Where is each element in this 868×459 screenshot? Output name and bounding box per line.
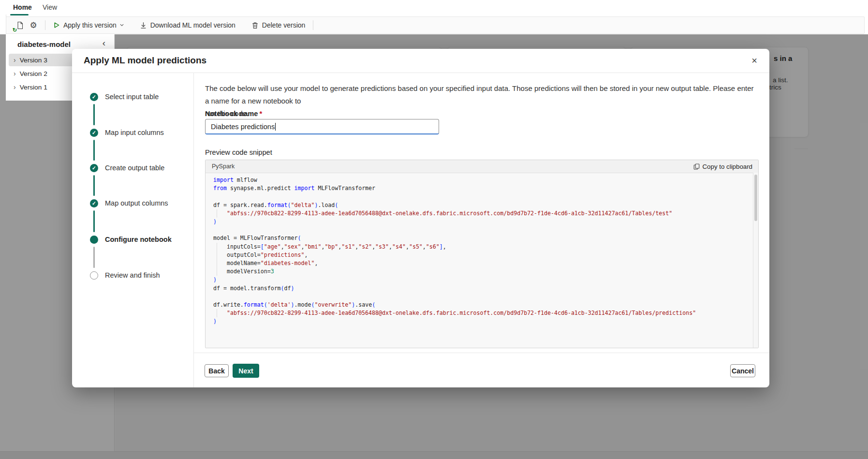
wizard-step-map-output-columns[interactable]: ✓Map output columns xyxy=(90,197,168,209)
code-line: df = spark.read.format("delta").load( xyxy=(213,201,753,209)
code-line xyxy=(213,226,753,234)
wizard-step-configure-notebook[interactable]: Configure notebook xyxy=(90,233,172,246)
stepper-connector xyxy=(93,104,95,125)
notebook-name-value: Diabetes predictions xyxy=(211,123,275,131)
wizard-step-select-input-table[interactable]: ✓Select input table xyxy=(90,90,159,103)
settings-button[interactable]: ⚙ xyxy=(27,18,40,32)
notebook-name-label: Notebook name* xyxy=(205,110,262,118)
toolbar-divider xyxy=(243,20,244,30)
tab-view[interactable]: View xyxy=(43,3,57,11)
toolbar-divider xyxy=(45,20,45,30)
apply-ml-model-predictions-dialog: Apply ML model predictions × ✓Select inp… xyxy=(72,49,769,387)
download-model-version-button[interactable]: Download ML model version xyxy=(137,18,238,32)
active-tab-underline xyxy=(10,14,29,15)
code-line: modelVersion=3 xyxy=(213,267,753,276)
refresh-icon: ↻ xyxy=(13,28,17,33)
step-check-icon: ✓ xyxy=(90,199,98,207)
ribbon-tab-bar: Home View xyxy=(0,0,868,16)
code-line: df.write.format('delta').mode("overwrite… xyxy=(213,301,753,309)
tab-home[interactable]: Home xyxy=(13,3,32,11)
chevron-down-icon xyxy=(120,23,124,27)
notebook-name-input[interactable]: Diabetes predictions xyxy=(205,119,439,134)
step-circle-icon xyxy=(90,236,98,244)
step-label: Select input table xyxy=(105,93,159,101)
code-line: inputCols=["age","sex","bmi","bp","s1","… xyxy=(213,243,753,251)
chevron-right-icon[interactable]: › xyxy=(14,57,16,63)
stepper-connector xyxy=(93,247,95,268)
code-line: model = MLFlowTransformer( xyxy=(213,234,753,242)
wizard-step-create-output-table[interactable]: ✓Create output table xyxy=(90,162,164,174)
copy-icon xyxy=(693,163,700,170)
notebook-name-label-text: Notebook name xyxy=(205,110,258,118)
dialog-title: Apply ML model predictions xyxy=(84,55,206,66)
checkmark-icon: ✓ xyxy=(92,94,96,100)
code-line: "abfss://970cb822-8299-4113-adee-1ea6d70… xyxy=(213,209,753,218)
wizard-step-map-input-columns[interactable]: ✓Map input columns xyxy=(90,126,164,139)
stepper-connector xyxy=(93,140,95,161)
version-label: Version 3 xyxy=(20,57,47,64)
step-circle-icon xyxy=(90,271,98,280)
toolbar-divider xyxy=(132,20,132,30)
step-label: Configure notebook xyxy=(105,236,172,243)
step-label: Create output table xyxy=(105,164,164,172)
description-line-1: The code below will use your model to ge… xyxy=(205,84,754,105)
code-line xyxy=(213,192,753,201)
code-line xyxy=(213,293,753,301)
chevron-right-icon[interactable]: › xyxy=(14,84,16,90)
preview-code-snippet-label: Preview code snippet xyxy=(205,148,272,156)
chevron-right-icon[interactable]: › xyxy=(14,70,16,77)
step-check-icon: ✓ xyxy=(90,93,98,101)
code-line: ) xyxy=(213,218,753,226)
download-icon xyxy=(140,22,147,29)
checkmark-icon: ✓ xyxy=(92,165,96,171)
new-model-version-button[interactable]: ↻ xyxy=(13,18,27,32)
gear-icon: ⚙ xyxy=(29,21,37,30)
wizard-step-review-and-finish[interactable]: Review and finish xyxy=(90,269,160,281)
step-label: Map output columns xyxy=(105,199,168,207)
stepper-connector xyxy=(93,175,95,196)
code-snippet-header: PySpark Copy to clipboard xyxy=(206,160,758,173)
model-name-title: diabetes-model xyxy=(17,40,71,48)
checkmark-icon: ✓ xyxy=(92,130,96,135)
dialog-body: ✓Select input table✓Map input columns✓Cr… xyxy=(72,73,769,387)
code-line: modelName="diabetes-model", xyxy=(213,259,753,267)
step-check-icon: ✓ xyxy=(90,164,98,172)
stepper-connector xyxy=(93,210,95,232)
copy-to-clipboard-label: Copy to clipboard xyxy=(703,163,752,170)
toolbar-divider xyxy=(313,20,313,30)
wizard-stepper: ✓Select input table✓Map input columns✓Cr… xyxy=(72,73,194,387)
copy-to-clipboard-button[interactable]: Copy to clipboard xyxy=(693,162,752,171)
apply-this-version-button[interactable]: Apply this version xyxy=(50,18,127,32)
code-line: import mlflow xyxy=(213,176,753,184)
download-model-version-label: Download ML model version xyxy=(150,21,235,29)
cancel-button[interactable]: Cancel xyxy=(730,364,755,377)
close-icon[interactable]: × xyxy=(748,54,761,67)
code-line: from synapse.ml.predict import MLFlowTra… xyxy=(213,184,753,192)
dialog-header: Apply ML model predictions × xyxy=(72,49,769,73)
code-snippet-content: import mlflowfrom synapse.ml.predict imp… xyxy=(206,173,753,348)
code-scrollbar[interactable] xyxy=(753,173,758,348)
step-label: Map input columns xyxy=(105,129,164,136)
apply-this-version-label: Apply this version xyxy=(63,21,117,29)
delete-version-label: Delete version xyxy=(262,21,306,29)
collapse-panel-icon[interactable]: ‹ xyxy=(103,38,105,47)
checkmark-icon: ✓ xyxy=(92,201,96,206)
code-line: df = model.transform(df) xyxy=(213,284,753,293)
delete-version-button[interactable]: Delete version xyxy=(249,18,309,32)
footer-divider xyxy=(194,353,769,353)
toolbar: ↻ ⚙ Apply this version Download ML model… xyxy=(6,16,865,34)
version-label: Version 1 xyxy=(20,84,47,91)
code-snippet-block: PySpark Copy to clipboard import mlflowf… xyxy=(205,160,759,348)
version-label: Version 2 xyxy=(20,70,47,77)
dialog-description: The code below will use your model to ge… xyxy=(205,82,756,120)
back-button[interactable]: Back xyxy=(205,364,229,377)
trash-icon xyxy=(251,22,259,29)
play-icon xyxy=(53,22,60,29)
app-window: Home View ↻ ⚙ Apply this version xyxy=(0,0,868,459)
step-check-icon: ✓ xyxy=(90,129,98,137)
code-line: outputCol="predictions", xyxy=(213,251,753,259)
code-scrollbar-thumb[interactable] xyxy=(754,175,757,221)
step-label: Review and finish xyxy=(105,271,160,279)
next-button[interactable]: Next xyxy=(233,364,259,378)
code-line: "abfss://970cb822-8299-4113-adee-1ea6d70… xyxy=(213,309,753,317)
